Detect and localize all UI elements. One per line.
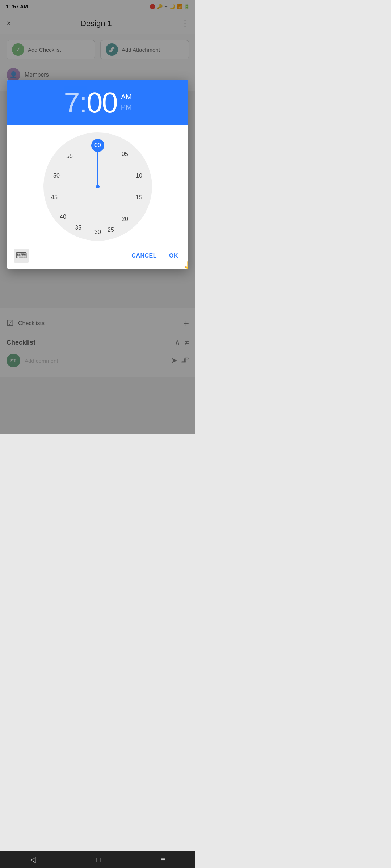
pm-label[interactable]: PM	[121, 102, 132, 112]
clock-number-30[interactable]: 30	[91, 226, 104, 239]
clock-number-20[interactable]: 20	[118, 213, 131, 226]
clock-face[interactable]: 00 05 10 15 20 25 30 35 40 45 50 55	[43, 132, 152, 241]
time-picker-dialog: 7:00 AM PM 00 05 10 15 20 25 30 35 40	[7, 80, 188, 269]
colon-display: :	[79, 86, 87, 119]
clock-number-45[interactable]: 45	[48, 191, 61, 204]
clock-number-35[interactable]: 35	[72, 221, 85, 234]
time-display: 7:00	[64, 88, 117, 117]
cursor-pointer-icon: 👆	[183, 261, 189, 269]
clock-number-55[interactable]: 55	[63, 150, 76, 163]
clock-hand-line	[97, 145, 98, 187]
dialog-actions: ⌨ CANCEL OK👆	[7, 244, 188, 269]
minutes-display[interactable]: 00	[87, 86, 117, 119]
ok-label: OK	[169, 252, 178, 259]
am-label[interactable]: AM	[121, 92, 132, 102]
time-header: 7:00 AM PM	[7, 80, 188, 125]
hour-display[interactable]: 7	[64, 86, 79, 119]
ok-button[interactable]: OK👆	[165, 250, 182, 262]
clock-number-40[interactable]: 40	[56, 210, 70, 224]
ampm-selector[interactable]: AM PM	[121, 92, 132, 112]
dialog-button-group: CANCEL OK👆	[128, 250, 182, 262]
cancel-button[interactable]: CANCEL	[128, 250, 160, 262]
clock-number-05[interactable]: 05	[118, 148, 131, 161]
clock-number-50[interactable]: 50	[50, 169, 63, 182]
keyboard-toggle-button[interactable]: ⌨	[14, 249, 29, 263]
clock-number-10[interactable]: 10	[133, 169, 146, 182]
clock-container: 00 05 10 15 20 25 30 35 40 45 50 55	[7, 125, 188, 244]
clock-number-15[interactable]: 15	[133, 191, 146, 204]
clock-number-25[interactable]: 25	[104, 224, 117, 237]
clock-hand-inner-dot	[96, 185, 100, 188]
